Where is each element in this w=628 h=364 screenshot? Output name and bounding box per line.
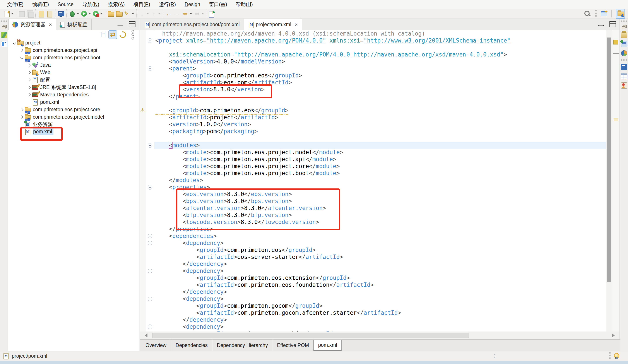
code-line-38[interactable]: </dependency> [154,288,606,295]
profile-button[interactable] [92,10,103,18]
forward-history-button[interactable]: → [173,10,181,18]
run-dropdown-icon[interactable] [88,13,91,14]
horizontal-scrollbar-thumb[interactable] [152,333,469,338]
code-line-18[interactable]: <module>com.primeton.eos.project.model</… [154,149,606,156]
export-war-button[interactable] [45,10,54,18]
tree-item-com.primeton.eos.project.model[interactable]: com.primeton.eos.project.model [8,113,139,121]
menu-item-6[interactable]: 项目(P) [130,1,154,8]
restore-view-icon[interactable] [2,25,6,29]
editor-tab-2[interactable]: Mproject/pom.xml× [244,19,302,30]
code-line-3[interactable] [154,44,606,51]
nav-back-dropdown-icon[interactable] [190,13,192,14]
code-line-21[interactable]: <module>com.primeton.eos.project.boot</m… [154,170,606,177]
push-button[interactable]: ↑ [150,10,161,18]
outline2-view-icon[interactable] [1,41,7,47]
hscroll-right-arrow-icon[interactable] [612,333,615,337]
fold-collapse-icon[interactable] [148,269,152,273]
save-button[interactable] [17,10,26,18]
fold-collapse-icon[interactable] [148,66,152,71]
code-line-29[interactable]: </properties> [154,225,606,232]
fold-collapse-icon[interactable] [148,325,152,329]
code-line-12[interactable]: <groupId>com.primeton.eos</groupId> [154,107,606,114]
search-icon[interactable] [583,10,591,18]
fold-collapse-icon[interactable] [148,297,152,301]
restore-view-icon[interactable] [622,25,627,29]
tree-twistie-icon[interactable] [26,71,32,74]
debug-dropdown-icon[interactable] [77,13,79,14]
menu-item-4[interactable]: 导航(N) [78,1,103,8]
open-folder-button[interactable] [106,10,115,18]
tree-item-pom.xml[interactable]: Mpom.xml [8,128,139,136]
open-perspective-button[interactable]: ✦ [601,10,608,18]
menu-item-9[interactable]: 窗口(W) [205,1,231,8]
tree-item-Maven-Dependencies[interactable]: Maven Dependencies [8,91,139,98]
tree-item-pom.xml[interactable]: Mpom.xml [8,98,139,106]
menu-item-7[interactable]: 运行(R) [155,1,180,8]
code-line-34[interactable]: </dependency> [154,260,606,267]
console-button[interactable] [57,10,65,18]
nav-forward-button[interactable]: ⇒ [193,10,205,18]
view-menu-button[interactable] [129,31,137,39]
save-all-button[interactable] [26,10,34,18]
globe-col-view-icon[interactable] [621,50,627,56]
tree-item-com.primeton.eos.project.boot[interactable]: com.primeton.eos.project.boot [8,54,139,61]
code-line-6[interactable]: <parent> [154,65,606,72]
open-folder2-button[interactable] [115,10,123,18]
menu-item-10[interactable]: 帮助(H) [232,1,257,8]
tree-item-JRE-系统库-JavaSE-1.8-[interactable]: JRE 系统库 [JavaSE-1.8] [8,83,139,91]
tree-item-Java[interactable]: JJava [8,61,139,69]
refresh-button[interactable] [119,31,127,39]
debug-button[interactable] [68,10,80,18]
code-line-9[interactable]: <version>8.3.0</version> [154,86,606,93]
tree-item-配置[interactable]: 配置 [8,76,139,83]
code-line-23[interactable]: <properties> [154,184,606,191]
vertical-scrollbar[interactable] [606,30,612,332]
code-line-31[interactable]: <dependency> [154,239,606,246]
tree-item-com.primeton.eos.project.api[interactable]: com.primeton.eos.project.api [8,46,139,54]
code-line-37[interactable]: <artifactId>com.primeton.eos.foundation<… [154,281,606,288]
page-tab-overview[interactable]: Overview [141,340,171,351]
tree-twistie-icon[interactable] [26,86,32,88]
menu-item-3[interactable]: Source [54,1,78,8]
run-button[interactable] [80,10,92,18]
tree-twistie-icon[interactable] [11,42,17,44]
code-line-1[interactable]: http://maven.apache.org/xsd/maven-4.0.0.… [154,30,606,37]
code-line-2[interactable]: <project xmlns="http://maven.apache.org/… [154,37,606,44]
vertical-scrollbar-thumb[interactable] [607,38,611,282]
fold-collapse-icon[interactable] [148,234,152,238]
sign-button[interactable]: ✎ [123,10,135,18]
menu-item-2[interactable]: 编辑(E) [28,1,53,8]
profile-dropdown-icon[interactable] [100,13,103,14]
code-line-11[interactable] [154,100,606,107]
code-line-28[interactable]: <lowcode.version>8.3.0</lowcode.version> [154,218,606,225]
tree-twistie-icon[interactable] [19,57,24,59]
horizontal-scrollbar[interactable] [140,332,620,339]
code-line-15[interactable]: <packaging>pom</packaging> [154,128,606,135]
code-line-5[interactable]: <modelVersion>4.0.0</modelVersion> [154,58,606,65]
code-line-39[interactable]: <dependency> [154,295,606,302]
code-line-32[interactable]: <groupId>com.primeton.eos</groupId> [154,246,606,253]
page-tab-dependencies[interactable]: Dependencies [171,340,212,351]
explorer-tab-template-config[interactable]: 模板配置 [56,19,92,30]
tree-item-com.primeton.eos.project.core[interactable]: com.primeton.eos.project.core [8,106,139,113]
maximize-icon[interactable] [610,21,616,27]
page-tab-dependency-hierarchy[interactable]: Dependency Hierarchy [212,340,272,351]
pin-button[interactable]: ⚑ [208,10,216,18]
code-line-4[interactable]: xsi:schemaLocation="http://maven.apache.… [154,51,606,58]
close-icon[interactable]: × [295,22,298,28]
explorer-tab-resource-manager[interactable]: 资源管理器× [8,19,56,30]
code-line-33[interactable]: <artifactId>eos-server-starter</artifact… [154,253,606,260]
code-line-19[interactable]: <module>com.primeton.eos.project.api</mo… [154,156,606,163]
code-text[interactable]: http://maven.apache.org/xsd/maven-4.0.0.… [154,30,606,332]
fold-collapse-icon[interactable] [148,38,152,43]
tree-twistie-icon[interactable] [26,64,32,66]
map1-view-icon[interactable] [1,32,7,38]
link-with-editor-button[interactable]: ⇄ [109,31,117,39]
fold-collapse-icon[interactable] [148,241,152,245]
monitor-green-view-icon[interactable] [621,41,627,47]
resource-perspective-button[interactable] [616,9,625,19]
xml-source-viewer[interactable]: ⚠ http://maven.apache.org/xsd/maven-4.0.… [140,30,620,332]
minimize-icon[interactable] [598,25,604,26]
code-line-30[interactable]: <dependencies> [154,232,606,239]
page-tab-pom-xml[interactable]: pom.xml [314,340,342,351]
